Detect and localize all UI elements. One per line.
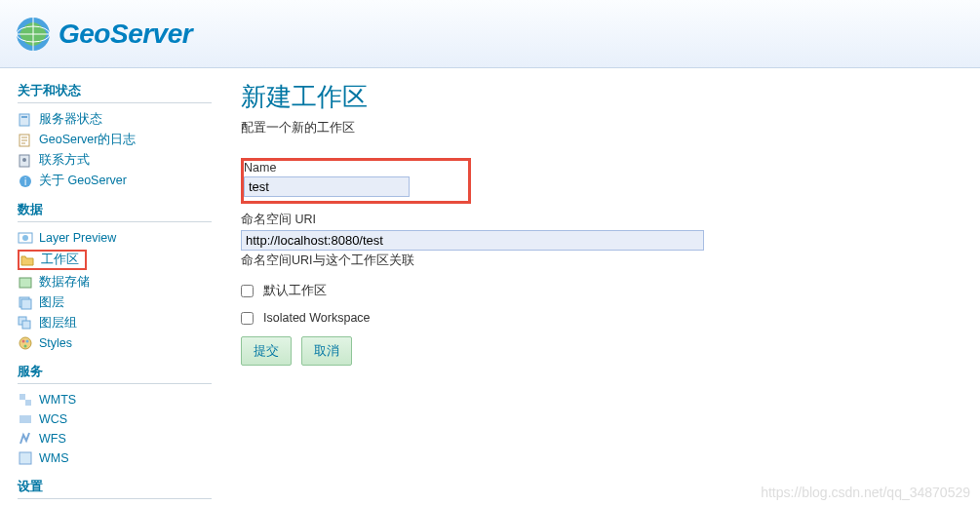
globe-icon — [14, 15, 53, 54]
sidebar-item-label: 关于 GeoServer — [39, 173, 127, 189]
logo-text: GeoServer — [59, 19, 192, 50]
sidebar-item-layer-preview[interactable]: Layer Preview — [18, 228, 212, 248]
sidebar-item-wfs[interactable]: WFS — [18, 429, 212, 448]
wmts-icon — [18, 392, 33, 408]
sidebar-section-services: 服务 — [18, 363, 212, 384]
sidebar-item-layer-groups[interactable]: 图层组 — [18, 313, 212, 333]
submit-button[interactable]: 提交 — [241, 336, 292, 366]
sidebar-item-about[interactable]: i 关于 GeoServer — [18, 171, 212, 191]
sidebar-item-label: Layer Preview — [39, 231, 116, 245]
sidebar-item-label: 图层 — [39, 294, 64, 311]
name-label: Name — [244, 161, 410, 175]
sidebar-item-wcs[interactable]: WCS — [18, 409, 212, 429]
svg-rect-3 — [21, 116, 27, 118]
svg-point-10 — [22, 235, 28, 241]
cancel-button[interactable]: 取消 — [301, 336, 352, 366]
sidebar-item-label: 联系方式 — [39, 152, 90, 169]
stores-icon — [18, 275, 33, 291]
sidebar-item-server-status[interactable]: 服务器状态 — [18, 109, 212, 130]
sidebar-item-wms[interactable]: WMS — [18, 448, 212, 468]
svg-point-17 — [22, 340, 25, 343]
uri-help: 命名空间URI与这个工作区关联 — [241, 253, 959, 269]
logs-icon — [18, 133, 33, 148]
sidebar-item-stores[interactable]: 数据存储 — [18, 272, 212, 292]
sidebar-item-layers[interactable]: 图层 — [18, 292, 212, 313]
sidebar-section-about: 关于和状态 — [18, 82, 212, 103]
svg-rect-11 — [20, 278, 31, 288]
svg-point-18 — [26, 340, 29, 343]
svg-rect-15 — [22, 321, 30, 329]
sidebar-item-label: 图层组 — [39, 315, 77, 331]
svg-rect-21 — [25, 400, 31, 406]
sidebar-item-label: WFS — [39, 432, 66, 446]
contact-icon — [18, 153, 33, 169]
folder-icon — [20, 253, 35, 268]
svg-rect-2 — [20, 114, 29, 126]
name-input[interactable] — [244, 176, 410, 197]
default-workspace-row: 默认工作区 — [241, 283, 959, 299]
sidebar-item-label: 数据存储 — [39, 274, 90, 291]
wcs-icon — [18, 411, 33, 427]
isolated-label: Isolated Workspace — [263, 311, 371, 325]
sidebar-item-label: WMS — [39, 451, 69, 465]
header: GeoServer — [0, 0, 980, 68]
svg-point-6 — [22, 158, 26, 162]
sidebar-item-label: 服务器状态 — [39, 111, 102, 128]
svg-rect-22 — [20, 415, 31, 423]
uri-input[interactable] — [241, 230, 704, 251]
sidebar-item-logs[interactable]: GeoServer的日志 — [18, 130, 212, 150]
page-description: 配置一个新的工作区 — [241, 120, 959, 136]
layout: 关于和状态 服务器状态 GeoServer的日志 联系方式 i 关于 GeoSe… — [0, 68, 980, 506]
svg-text:i: i — [24, 176, 26, 187]
sidebar-item-contact[interactable]: 联系方式 — [18, 150, 212, 171]
sidebar-item-label: WMTS — [39, 393, 76, 407]
layer-groups-icon — [18, 316, 33, 331]
sidebar-item-styles[interactable]: Styles — [18, 333, 212, 353]
sidebar-section-settings: 设置 — [18, 478, 212, 499]
styles-icon — [18, 335, 33, 351]
svg-point-19 — [24, 345, 27, 348]
preview-icon — [18, 230, 33, 246]
isolated-checkbox[interactable] — [241, 312, 254, 325]
sidebar-item-label: Styles — [39, 336, 72, 350]
isolated-row: Isolated Workspace — [241, 311, 959, 325]
sidebar-item-workspaces[interactable]: 工作区 — [18, 248, 212, 272]
logo[interactable]: GeoServer — [14, 15, 192, 54]
highlight-box: 工作区 — [18, 250, 87, 270]
watermark: https://blog.csdn.net/qq_34870529 — [761, 485, 970, 500]
sidebar: 关于和状态 服务器状态 GeoServer的日志 联系方式 i 关于 GeoSe… — [0, 68, 219, 506]
svg-rect-13 — [21, 299, 31, 309]
default-workspace-checkbox[interactable] — [241, 285, 254, 297]
sidebar-item-label: WCS — [39, 412, 67, 426]
button-row: 提交 取消 — [241, 336, 959, 366]
page-title: 新建工作区 — [241, 80, 959, 114]
highlight-frame-name: Name — [241, 158, 471, 204]
status-icon — [18, 112, 33, 128]
sidebar-item-label: GeoServer的日志 — [39, 132, 136, 148]
svg-rect-23 — [20, 452, 31, 464]
wfs-icon — [18, 431, 33, 447]
uri-label: 命名空间 URI — [241, 212, 959, 228]
layers-icon — [18, 295, 33, 311]
default-workspace-label: 默认工作区 — [263, 283, 327, 299]
svg-rect-20 — [20, 394, 25, 400]
sidebar-section-data: 数据 — [18, 201, 212, 222]
main-content: 新建工作区 配置一个新的工作区 Name 命名空间 URI 命名空间URI与这个… — [219, 68, 980, 506]
sidebar-item-wmts[interactable]: WMTS — [18, 390, 212, 409]
sidebar-item-label: 工作区 — [41, 252, 79, 268]
wms-icon — [18, 450, 33, 466]
info-icon: i — [18, 174, 33, 189]
